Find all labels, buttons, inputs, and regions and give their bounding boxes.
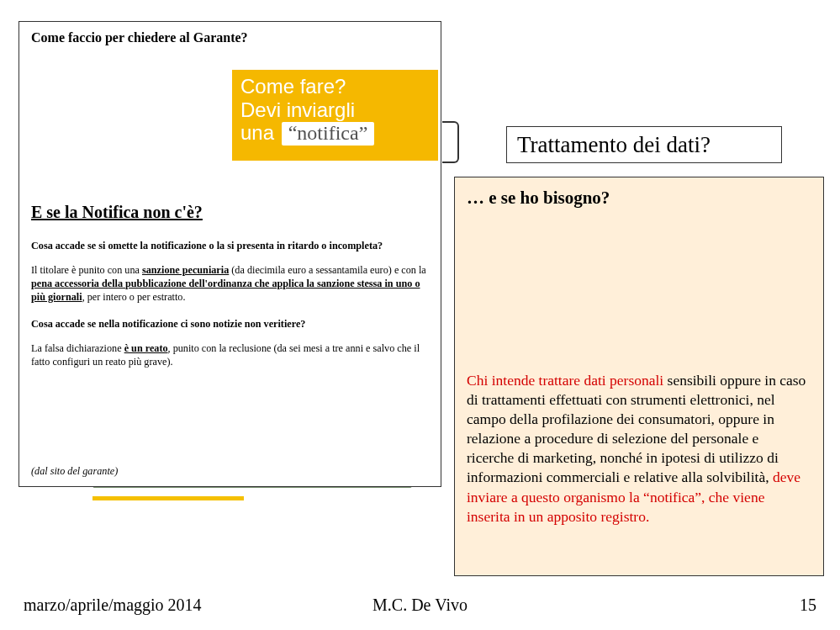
a1-mid: (da diecimila euro a sessantamila euro) … bbox=[229, 264, 426, 276]
source-note: (dal sito del garante) bbox=[31, 465, 118, 478]
orange-line-3: una “notifica” bbox=[240, 121, 430, 146]
right-body-black: sensibili oppure in caso di trattamenti … bbox=[467, 372, 806, 485]
question-1: Cosa accade se si omette la notificazion… bbox=[31, 240, 431, 252]
footer-page-number: 15 bbox=[800, 596, 816, 615]
a2-pre: La falsa dichiarazione bbox=[31, 342, 124, 354]
question-2: Cosa accade se nella notificazione ci so… bbox=[31, 318, 431, 331]
sub-heading: E se la Notifica non c'è? bbox=[31, 203, 203, 222]
overlapped-box-edge bbox=[442, 121, 459, 163]
right-title-text: Trattamento dei dati? bbox=[517, 132, 711, 158]
right-body: Chi intende trattare dati personali sens… bbox=[467, 371, 808, 527]
footer-date: marzo/aprile/maggio 2014 bbox=[24, 596, 202, 615]
right-subtitle: … e se ho bisogno? bbox=[467, 188, 811, 209]
a1-post: , per intero o per estratto. bbox=[82, 291, 186, 303]
a2-underline: è un reato bbox=[124, 342, 168, 354]
footer: marzo/aprile/maggio 2014 M.C. De Vivo 15 bbox=[24, 596, 816, 615]
a1-pre: Il titolare è punito con una bbox=[31, 264, 142, 276]
notifica-chip: “notifica” bbox=[282, 122, 375, 146]
orange-line-2: Devi inviargli bbox=[240, 98, 430, 122]
footer-author: M.C. De Vivo bbox=[372, 596, 468, 615]
left-panel: Come faccio per chiedere al Garante? Com… bbox=[18, 21, 441, 487]
orange-line-1: Come fare? bbox=[240, 75, 430, 98]
answer-1: Il titolare è punito con una sanzione pe… bbox=[31, 264, 431, 304]
orange-line-3-prefix: una bbox=[240, 121, 274, 144]
left-panel-title: Come faccio per chiedere al Garante? bbox=[31, 30, 429, 45]
right-body-red-1: Chi intende trattare dati personali bbox=[467, 372, 663, 389]
orange-callout: Come fare? Devi inviargli una “notifica” bbox=[232, 70, 438, 161]
right-panel: … e se ho bisogno? Chi intende trattare … bbox=[454, 177, 824, 576]
a1-underline-1: sanzione pecuniaria bbox=[142, 264, 229, 276]
answer-2: La falsa dichiarazione è un reato, punit… bbox=[31, 342, 431, 369]
right-title-box: Trattamento dei dati? bbox=[506, 126, 782, 163]
